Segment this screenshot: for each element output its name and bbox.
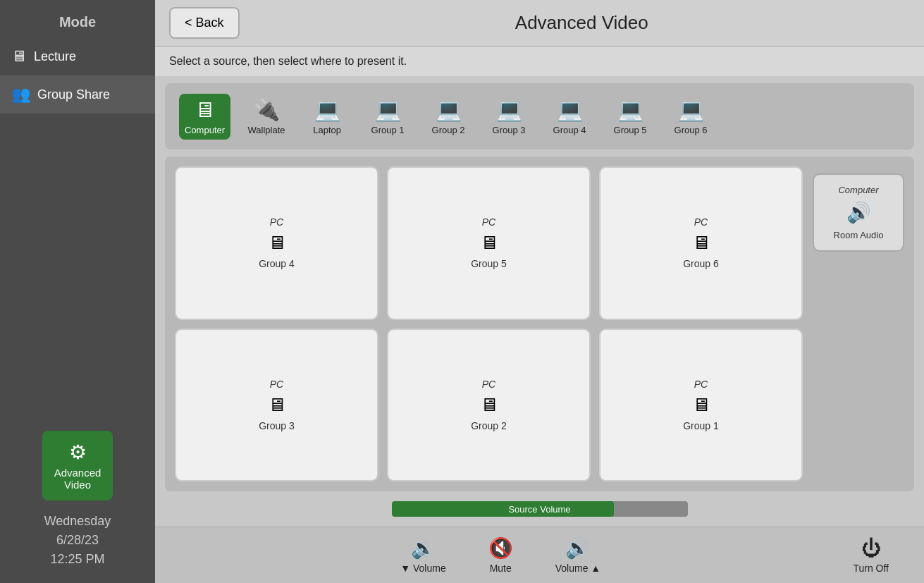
- laptop-icon: 💻: [314, 97, 340, 122]
- room-audio-title: Computer: [838, 185, 878, 195]
- bottom-bar: 🔉 ▼ Volume 🔇 Mute 🔊 Volume ▲ ⏻ Turn Off: [155, 527, 924, 583]
- source-wallplate[interactable]: 🔌 Wallplate: [242, 93, 291, 140]
- dest-group4[interactable]: PC 🖥 Group 4: [175, 166, 378, 320]
- source-computer[interactable]: 🖥 Computer: [179, 94, 230, 140]
- volume-down-icon: 🔉: [411, 536, 436, 560]
- volume-up-button[interactable]: 🔊 Volume ▲: [534, 532, 622, 578]
- volume-fill: [392, 501, 614, 517]
- main: < Back Advanced Video Select a source, t…: [155, 0, 924, 583]
- group-share-button[interactable]: 👥 Group Share: [0, 75, 155, 113]
- power-icon: ⏻: [861, 536, 881, 560]
- date2-label: 6/28/23: [42, 531, 113, 550]
- source-group2[interactable]: 💻 Group 2: [424, 93, 473, 140]
- dest-group1[interactable]: PC 🖥 Group 1: [599, 329, 803, 482]
- dest-group6-icon: 🖥: [692, 232, 710, 254]
- volume-down-label: ▼ Volume: [400, 563, 445, 574]
- group2-src-icon: 💻: [436, 97, 462, 122]
- room-audio-label: Room Audio: [834, 230, 884, 240]
- sidebar: Mode 🖥 Lecture 👥 Group Share ⚙ Advanced …: [0, 0, 155, 583]
- source-bar: 🖥 Computer 🔌 Wallplate 💻 Laptop 💻 Group …: [165, 83, 914, 149]
- volume-track: Source Volume: [392, 501, 688, 517]
- dest-group3-icon: 🖥: [268, 394, 286, 416]
- wallplate-icon: 🔌: [254, 97, 280, 122]
- mute-button[interactable]: 🔇 Mute: [467, 532, 534, 578]
- turn-off-button[interactable]: ⏻ Turn Off: [832, 532, 910, 578]
- dest-group2-icon: 🖥: [480, 394, 498, 416]
- volume-bar: Source Volume: [165, 498, 914, 520]
- sidebar-top: Mode 🖥 Lecture 👥 Group Share: [0, 0, 155, 417]
- source-group4[interactable]: 💻 Group 4: [545, 93, 594, 140]
- sidebar-bottom: ⚙ Advanced Video Wednesday 6/28/23 12:25…: [28, 417, 127, 583]
- page-title: Advanced Video: [254, 12, 910, 34]
- advanced-video-button[interactable]: ⚙ Advanced Video: [42, 431, 113, 501]
- content-area: 🖥 Computer 🔌 Wallplate 💻 Laptop 💻 Group …: [155, 76, 924, 527]
- destination-area: PC 🖥 Group 4 PC 🖥 Group 5 PC 🖥 Group 6 P…: [165, 157, 914, 491]
- time-label: 12:25 PM: [42, 550, 113, 569]
- dest-group1-icon: 🖥: [692, 394, 710, 416]
- instruction-text: Select a source, then select where to pr…: [155, 47, 924, 76]
- volume-up-label: Volume ▲: [555, 563, 600, 574]
- source-laptop[interactable]: 💻 Laptop: [302, 93, 352, 140]
- gear-icon: ⚙: [49, 441, 106, 464]
- group-icon: 👥: [11, 85, 30, 104]
- dest-group5-icon: 🖥: [480, 232, 498, 254]
- header: < Back Advanced Video: [155, 0, 924, 47]
- lecture-label: Lecture: [34, 49, 76, 64]
- lecture-button[interactable]: 🖥 Lecture: [0, 37, 155, 75]
- group6-src-icon: 💻: [678, 97, 704, 122]
- source-group1[interactable]: 💻 Group 1: [363, 93, 412, 140]
- dest-group5[interactable]: PC 🖥 Group 5: [387, 166, 591, 320]
- group1-src-icon: 💻: [375, 97, 401, 122]
- advanced-video-label: Advanced Video: [54, 467, 101, 491]
- source-group5[interactable]: 💻 Group 5: [605, 93, 655, 140]
- date-label: Wednesday: [42, 512, 113, 531]
- group4-src-icon: 💻: [557, 97, 583, 122]
- volume-text: Source Volume: [508, 504, 570, 515]
- group3-src-icon: 💻: [496, 97, 522, 122]
- mute-icon: 🔇: [488, 536, 513, 560]
- dest-group4-icon: 🖥: [268, 232, 286, 254]
- dest-group3[interactable]: PC 🖥 Group 3: [175, 329, 378, 482]
- computer-icon: 🖥: [195, 98, 216, 122]
- volume-down-button[interactable]: 🔉 ▼ Volume: [379, 532, 467, 578]
- dest-group2[interactable]: PC 🖥 Group 2: [387, 329, 591, 482]
- volume-up-icon: 🔊: [565, 536, 590, 560]
- turn-off-label: Turn Off: [853, 563, 889, 574]
- back-button[interactable]: < Back: [169, 7, 240, 39]
- monitor-icon: 🖥: [11, 47, 27, 66]
- source-group3[interactable]: 💻 Group 3: [484, 93, 534, 140]
- speaker-icon: 🔊: [846, 201, 871, 224]
- group5-src-icon: 💻: [617, 97, 643, 122]
- group-share-label: Group Share: [37, 87, 110, 102]
- room-audio-card[interactable]: Computer 🔊 Room Audio: [813, 173, 904, 252]
- mode-label: Mode: [0, 14, 155, 30]
- source-group6[interactable]: 💻 Group 6: [666, 93, 715, 140]
- mute-label: Mute: [490, 563, 512, 574]
- destination-grid: PC 🖥 Group 4 PC 🖥 Group 5 PC 🖥 Group 6 P…: [175, 166, 803, 481]
- dest-group6[interactable]: PC 🖥 Group 6: [599, 166, 803, 320]
